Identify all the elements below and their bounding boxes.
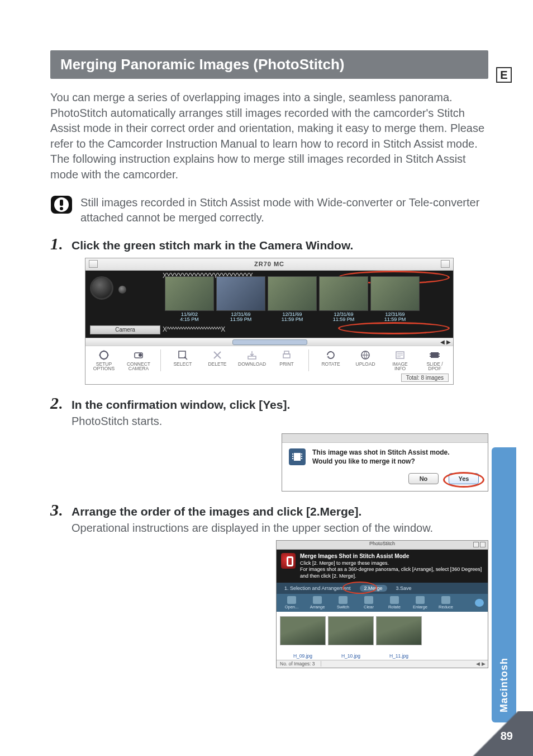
delete-button[interactable]: DELETE xyxy=(203,349,231,372)
step-1: 1. Click the green stitch mark in the Ca… xyxy=(50,235,488,252)
svg-rect-16 xyxy=(430,356,431,357)
svg-rect-13 xyxy=(431,352,439,358)
svg-rect-10 xyxy=(284,351,289,354)
svg-rect-22 xyxy=(301,453,302,455)
svg-rect-8 xyxy=(248,356,256,359)
mode-dial-icon[interactable] xyxy=(90,276,113,300)
svg-rect-15 xyxy=(439,353,440,355)
page-corner xyxy=(460,711,533,756)
step-2-desc: PhotoStitch starts. xyxy=(72,414,488,429)
tab-selection[interactable]: 1. Selection and Arrangement xyxy=(280,585,355,592)
reduce-button[interactable]: Reduce xyxy=(434,596,458,609)
stitch-marks-bottom[interactable]: X^^^^^^^^^^^^^^^^^^^^^X xyxy=(85,325,453,333)
step-3: 3. Arrange the order of the images and c… xyxy=(50,502,488,536)
camera-toolbar: SETUP OPTIONS CONNECT CAMERA SELECT DELE… xyxy=(85,346,453,373)
intro-text: You can merge a series of overlapping im… xyxy=(50,90,488,183)
svg-rect-17 xyxy=(439,356,440,357)
open-button[interactable]: Open... xyxy=(280,596,303,609)
arrange-button[interactable]: Arrange xyxy=(306,596,329,609)
caution-block: Still images recorded in Stitch Assist m… xyxy=(50,195,488,225)
svg-rect-20 xyxy=(292,456,293,457)
connect-camera-button[interactable]: CONNECT CAMERA xyxy=(125,349,153,372)
svg-rect-19 xyxy=(292,453,293,455)
yes-button[interactable]: Yes xyxy=(449,473,479,484)
photostitch-logo-icon xyxy=(281,553,296,569)
step-1-heading: Click the green stitch mark in the Camer… xyxy=(72,239,488,252)
camera-window: ZR70 MC XYYYYYYYYYYYYYYYYYYYYYX Camera 1… xyxy=(85,258,454,385)
step-3-heading: Arrange the order of the images and clic… xyxy=(72,505,488,518)
svg-rect-2 xyxy=(60,200,63,206)
print-button[interactable]: PRINT xyxy=(273,349,301,372)
rotate-button[interactable]: Rotate xyxy=(383,596,406,609)
photostitch-desc: Merge Images Shot in Stitch Assist Mode … xyxy=(300,553,483,579)
photostitch-canvas: H_09.jpg H_10.jpg H_11.jpg xyxy=(277,612,488,660)
confirmation-dialog: This image was shot in Stitch Assist mod… xyxy=(282,433,488,491)
step-2-heading: In the confirmation window, click [Yes]. xyxy=(72,398,488,412)
camera-window-titlebar: ZR70 MC xyxy=(85,258,453,271)
tab-save[interactable]: 3.Save xyxy=(392,585,416,592)
confirmation-text: This image was shot in Stitch Assist mod… xyxy=(312,448,450,466)
ps-thumbnail[interactable]: H_11.jpg xyxy=(376,616,422,659)
enlarge-button[interactable]: Enlarge xyxy=(408,596,432,609)
photostitch-titlebar: PhotoStitch xyxy=(277,541,488,550)
step-3-desc: Operational instructions are displayed i… xyxy=(72,521,488,536)
caution-icon xyxy=(50,195,73,214)
clear-button[interactable]: Clear xyxy=(357,596,380,609)
upload-button[interactable]: UPLOAD xyxy=(351,349,379,372)
step-3-number: 3. xyxy=(50,502,66,518)
zoom-icon[interactable] xyxy=(441,260,450,268)
film-icon xyxy=(289,448,306,465)
no-button[interactable]: No xyxy=(408,473,439,484)
switch-button[interactable]: Switch xyxy=(331,596,355,609)
page-number: 89 xyxy=(501,730,513,743)
svg-rect-14 xyxy=(430,353,431,355)
image-info-button[interactable]: IMAGE INFO xyxy=(386,349,414,372)
svg-rect-21 xyxy=(292,458,293,459)
svg-rect-23 xyxy=(301,456,302,457)
svg-point-3 xyxy=(60,207,63,210)
setup-options-button[interactable]: SETUP OPTIONS xyxy=(90,349,118,372)
section-title: Merging Panoramic Images (PhotoStitch) xyxy=(50,50,488,79)
photostitch-window: PhotoStitch Merge Images Shot in Stitch … xyxy=(276,540,488,668)
help-icon[interactable] xyxy=(474,599,484,607)
download-button[interactable]: DOWNLOAD xyxy=(238,349,266,372)
dialog-titlebar xyxy=(282,434,488,443)
step-1-number: 1. xyxy=(50,235,66,252)
photostitch-statusbar: No. of Images: 3 ◀ ▶ xyxy=(277,660,488,668)
svg-rect-9 xyxy=(283,354,290,358)
slide-dpof-button[interactable]: SLIDE / DPOF xyxy=(421,349,449,372)
select-button[interactable]: SELECT xyxy=(169,349,197,372)
svg-point-4 xyxy=(100,351,108,359)
svg-rect-24 xyxy=(301,458,302,459)
scroll-arrows-icon[interactable]: ◀ ▶ xyxy=(474,661,488,667)
scrollbar[interactable]: ◀ ▶ xyxy=(85,338,453,346)
step-2: 2. In the confirmation window, click [Ye… xyxy=(50,395,488,429)
photostitch-toolbar: Open... Arrange Switch Clear Rotate Enla… xyxy=(277,594,488,612)
svg-rect-18 xyxy=(294,453,301,461)
ps-thumbnail[interactable]: H_09.jpg xyxy=(280,616,326,659)
rotate-button[interactable]: ROTATE xyxy=(317,349,345,372)
tab-merge[interactable]: 2.Merge xyxy=(360,585,387,592)
step-2-number: 2. xyxy=(50,395,66,412)
zoom-icon[interactable] xyxy=(480,542,486,547)
caution-text: Still images recorded in Stitch Assist m… xyxy=(80,195,488,225)
image-total: Total: 8 images xyxy=(401,374,449,382)
svg-point-6 xyxy=(139,353,142,357)
camera-window-title: ZR70 MC xyxy=(101,261,437,267)
minimize-icon[interactable] xyxy=(473,542,479,547)
ps-thumbnail[interactable]: H_10.jpg xyxy=(328,616,374,659)
close-icon[interactable] xyxy=(89,260,98,268)
photostitch-tabs: 1. Selection and Arrangement 2.Merge 3.S… xyxy=(277,583,488,594)
